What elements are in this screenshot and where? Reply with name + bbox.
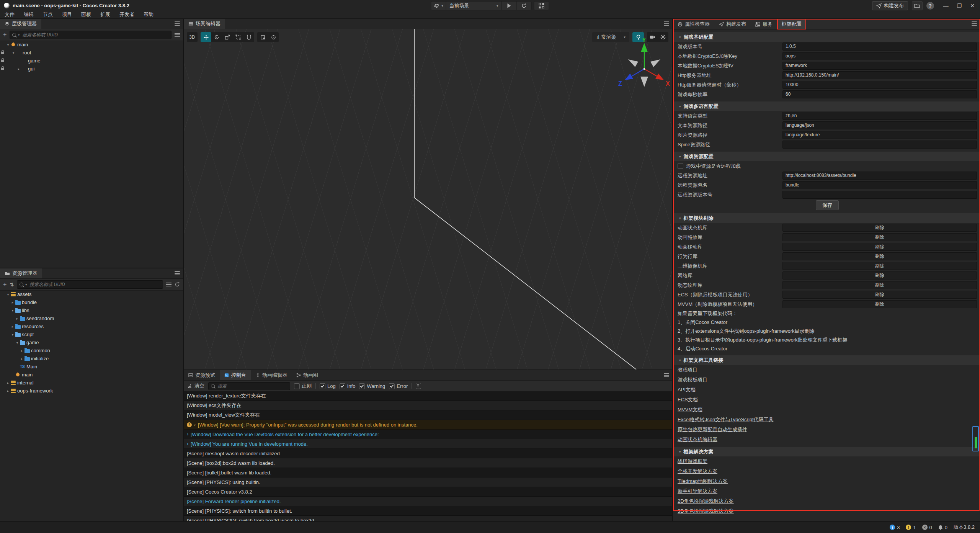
sort-assets-button[interactable]: ⇅ [10,282,14,288]
hierarchy-search[interactable]: ▾ [10,31,172,39]
link-5-2[interactable]: Tiledmap地图解决方案 [678,478,728,485]
link-4-6[interactable]: 原生包热更新配置自动生成插件 [678,426,747,433]
link-5-0[interactable]: 战棋游戏框架 [678,458,707,465]
menu-extension[interactable]: 扩展 [96,11,115,18]
build-publish-button[interactable]: 构建发布 [872,1,908,10]
menu-help[interactable]: 帮助 [139,11,158,18]
remote-load-checkbox[interactable] [678,163,683,169]
field-input[interactable]: language/texture [782,131,977,139]
remove-button[interactable]: 剔除 [782,252,977,260]
mode-3d-button[interactable]: 3D [187,32,198,42]
rect-tool-button[interactable] [233,32,243,42]
filter-log-toggle[interactable]: Log [320,383,336,389]
chevron-down-icon[interactable]: ▾ [10,333,15,337]
menu-node[interactable]: 节点 [38,11,57,18]
field-input[interactable]: http://localhost:8083/assets/bundle [782,172,977,180]
scale-tool-button[interactable] [222,32,233,42]
filter-info-toggle[interactable]: Info [340,383,356,389]
asset-node-assets[interactable]: ▾assets [0,290,183,298]
hierarchy-node-game[interactable]: game [0,57,183,65]
asset-node-initialize[interactable]: ▸initialize [0,355,183,363]
asset-node-internal[interactable]: ▸internal [0,379,183,387]
hierarchy-search-input[interactable] [21,32,169,38]
tab-asset-preview[interactable]: 资源预览 [184,370,220,380]
chevron-right-icon[interactable]: ▸ [10,301,15,304]
log-row-5[interactable]: ›[Window] You are running Vue in develop… [184,439,672,449]
remove-button[interactable]: 剔除 [782,262,977,270]
link-4-1[interactable]: 游戏模板项目 [678,376,707,383]
tab-service[interactable]: 服务 [751,19,777,29]
scrollbar-thumb[interactable] [975,437,977,448]
remove-button[interactable]: 剔除 [782,271,977,280]
hierarchy-node-root[interactable]: ▾root [0,49,183,57]
scene-select[interactable]: 当前场景 ▾ [446,2,501,10]
chevron-right-icon[interactable]: › [187,441,188,446]
transform-gizmo-button[interactable] [243,32,254,42]
create-node-button[interactable]: + [3,32,7,38]
field-input[interactable]: oops [782,52,977,60]
preview-browser-button[interactable]: ▾ [431,2,446,10]
asset-node-Main[interactable]: TSMain [0,363,183,371]
tab-property-inspector[interactable]: 属性检查器 [673,19,714,29]
tab-framework-config[interactable]: 框架配置 [777,19,806,29]
asset-node-libs[interactable]: ▾libs [0,306,183,314]
asset-node-oops-framework[interactable]: ▸oops-framework [0,387,183,395]
log-row-4[interactable]: ›[Window] Download the Vue Devtools exte… [184,430,672,439]
menu-panel[interactable]: 面板 [77,11,96,18]
regex-toggle[interactable]: 正则 [294,383,312,389]
tab-scene-editor[interactable]: 场景编辑器 [184,19,225,29]
panel-menu-icon[interactable] [175,21,180,26]
remove-button[interactable]: 剔除 [782,300,977,308]
tab-animation-editor[interactable]: 动画编辑器 [251,370,292,380]
link-5-4[interactable]: 2D角色扮演游戏解决方案 [678,498,734,505]
field-input[interactable]: bundle [782,181,977,189]
chevron-right-icon[interactable]: ▸ [16,67,21,71]
filter-warning-toggle[interactable]: Warning [359,383,385,389]
scene-viewport[interactable]: 3D [184,29,672,370]
menu-developer[interactable]: 开发者 [115,11,139,18]
chevron-right-icon[interactable]: › [194,422,196,427]
filter-icon[interactable] [175,33,180,37]
refresh-icon[interactable] [175,282,180,287]
link-4-4[interactable]: MVVM文档 [678,406,702,413]
maximize-button[interactable]: ❐ [957,3,962,9]
remove-button[interactable]: 剔除 [782,243,977,251]
panel-menu-icon[interactable] [664,373,669,377]
tab-build-publish[interactable]: 构建发布 [714,19,751,29]
field-input[interactable]: zh,en [782,112,977,120]
remove-button[interactable]: 剔除 [782,233,977,241]
tab-hierarchy[interactable]: 层级管理器 [0,19,41,29]
clear-console-button[interactable]: 清空 [188,383,204,389]
chevron-right-icon[interactable]: › [187,432,188,437]
field-input[interactable]: 60 [782,90,977,98]
panel-menu-icon[interactable] [664,21,669,26]
panel-menu-icon[interactable] [175,271,180,275]
chevron-down-icon[interactable]: ▾ [10,309,15,312]
chevron-right-icon[interactable]: ▸ [10,325,15,329]
tab-assets[interactable]: 资源管理器 [0,268,42,278]
info-checkbox[interactable] [340,383,345,389]
asset-node-resources[interactable]: ▸resources [0,322,183,330]
warning-count[interactable]: ! 1 [906,525,916,530]
info-count[interactable]: i 3 [890,525,900,530]
restart-button[interactable] [516,2,531,10]
chevron-right-icon[interactable]: ▸ [15,317,20,320]
chevron-right-icon[interactable]: ▸ [19,357,24,361]
field-input[interactable]: http://192.168.0.150/main/ [782,71,977,79]
tab-console[interactable]: 控制台 [220,370,251,380]
rotate-tool-button[interactable] [211,32,222,42]
save-button[interactable]: 保存 [816,200,839,210]
asset-node-script[interactable]: ▾script [0,330,183,338]
error-checkbox[interactable] [389,383,395,389]
close-button[interactable]: ✕ [970,3,975,9]
help-button[interactable]: ? [926,2,934,10]
assets-search-input[interactable] [29,281,160,288]
remove-button[interactable]: 剔除 [782,281,977,289]
error-count[interactable]: ✕ 0 [922,525,932,530]
create-asset-button[interactable]: + [3,281,7,288]
section-header-1[interactable]: ▾游戏多语言配置 [673,101,980,111]
notification-count[interactable]: 0 [938,525,947,530]
field-input[interactable]: language/json [782,121,977,129]
remove-button[interactable]: 剔除 [782,291,977,299]
section-header-2[interactable]: ▾游戏资源配置 [673,152,980,161]
